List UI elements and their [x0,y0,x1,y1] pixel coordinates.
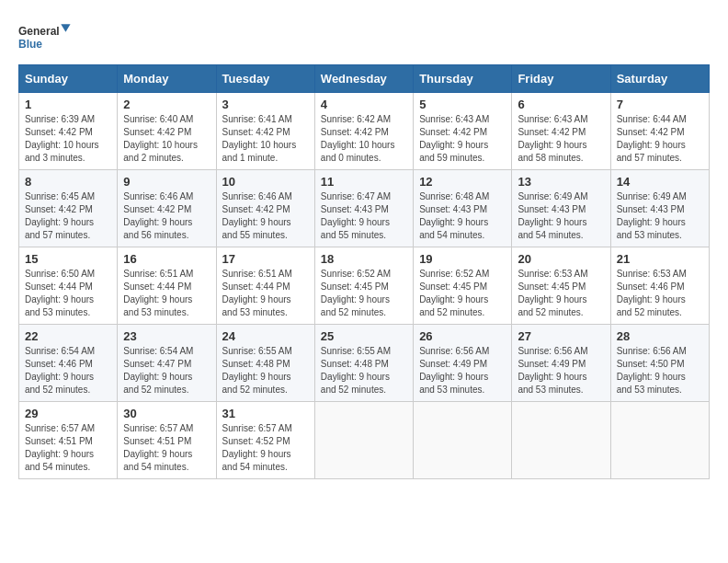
day-info: Sunrise: 6:56 AM Sunset: 4:49 PM Dayligh… [419,345,506,396]
header-tuesday: Tuesday [216,65,314,93]
day-info: Sunrise: 6:57 AM Sunset: 4:52 PM Dayligh… [222,422,309,474]
day-number: 3 [222,98,309,111]
day-number: 31 [222,407,309,420]
day-cell: 26Sunrise: 6:56 AM Sunset: 4:49 PM Dayli… [414,325,512,402]
day-info: Sunrise: 6:51 AM Sunset: 4:44 PM Dayligh… [222,268,309,319]
day-number: 30 [123,407,210,420]
day-info: Sunrise: 6:47 AM Sunset: 4:43 PM Dayligh… [321,190,407,242]
day-info: Sunrise: 6:53 AM Sunset: 4:46 PM Dayligh… [617,268,703,319]
week-row-4: 22Sunrise: 6:54 AM Sunset: 4:46 PM Dayli… [19,325,710,402]
day-info: Sunrise: 6:55 AM Sunset: 4:48 PM Dayligh… [222,345,309,396]
day-cell: 27Sunrise: 6:56 AM Sunset: 4:49 PM Dayli… [512,325,610,402]
day-cell: 6Sunrise: 6:43 AM Sunset: 4:42 PM Daylig… [512,93,610,170]
header-row: SundayMondayTuesdayWednesdayThursdayFrid… [19,65,710,93]
day-cell: 23Sunrise: 6:54 AM Sunset: 4:47 PM Dayli… [118,325,216,402]
day-info: Sunrise: 6:44 AM Sunset: 4:42 PM Dayligh… [617,113,703,165]
day-number: 6 [518,98,604,111]
day-number: 24 [222,329,309,343]
day-info: Sunrise: 6:45 AM Sunset: 4:42 PM Dayligh… [25,190,111,242]
header-wednesday: Wednesday [314,65,413,93]
week-row-1: 1Sunrise: 6:39 AM Sunset: 4:42 PM Daylig… [19,93,710,170]
day-number: 11 [321,175,407,189]
day-info: Sunrise: 6:50 AM Sunset: 4:44 PM Dayligh… [25,268,111,319]
day-cell: 1Sunrise: 6:39 AM Sunset: 4:42 PM Daylig… [19,93,118,170]
day-info: Sunrise: 6:54 AM Sunset: 4:46 PM Dayligh… [25,345,111,396]
day-number: 16 [123,252,210,266]
header-sunday: Sunday [19,65,118,93]
day-number: 20 [518,252,604,266]
calendar-body: 1Sunrise: 6:39 AM Sunset: 4:42 PM Daylig… [19,93,710,479]
day-info: Sunrise: 6:57 AM Sunset: 4:51 PM Dayligh… [25,422,111,474]
day-info: Sunrise: 6:54 AM Sunset: 4:47 PM Dayligh… [123,345,210,396]
day-cell [314,402,413,479]
day-cell: 28Sunrise: 6:56 AM Sunset: 4:50 PM Dayli… [610,325,709,402]
day-info: Sunrise: 6:46 AM Sunset: 4:42 PM Dayligh… [222,190,309,242]
day-number: 9 [123,175,210,189]
day-cell: 24Sunrise: 6:55 AM Sunset: 4:48 PM Dayli… [216,325,314,402]
day-info: Sunrise: 6:39 AM Sunset: 4:42 PM Dayligh… [25,113,111,165]
day-info: Sunrise: 6:52 AM Sunset: 4:45 PM Dayligh… [321,268,407,319]
day-info: Sunrise: 6:48 AM Sunset: 4:43 PM Dayligh… [419,190,506,242]
svg-text:Blue: Blue [18,38,42,51]
day-number: 7 [617,98,703,111]
logo-svg: General Blue [18,18,74,55]
day-info: Sunrise: 6:51 AM Sunset: 4:44 PM Dayligh… [123,268,210,319]
day-cell: 5Sunrise: 6:43 AM Sunset: 4:42 PM Daylig… [414,93,512,170]
day-cell: 8Sunrise: 6:45 AM Sunset: 4:42 PM Daylig… [19,170,118,247]
day-cell [610,402,709,479]
day-info: Sunrise: 6:57 AM Sunset: 4:51 PM Dayligh… [123,422,210,474]
day-cell: 17Sunrise: 6:51 AM Sunset: 4:44 PM Dayli… [216,247,314,325]
day-number: 12 [419,175,506,189]
day-cell: 7Sunrise: 6:44 AM Sunset: 4:42 PM Daylig… [610,93,709,170]
day-info: Sunrise: 6:40 AM Sunset: 4:42 PM Dayligh… [123,113,210,165]
day-cell: 11Sunrise: 6:47 AM Sunset: 4:43 PM Dayli… [314,170,413,247]
day-cell: 3Sunrise: 6:41 AM Sunset: 4:42 PM Daylig… [216,93,314,170]
svg-text:General: General [18,25,60,38]
day-cell: 22Sunrise: 6:54 AM Sunset: 4:46 PM Dayli… [19,325,118,402]
day-number: 29 [25,407,111,420]
page-header: General Blue [18,18,710,55]
day-info: Sunrise: 6:52 AM Sunset: 4:45 PM Dayligh… [419,268,506,319]
day-cell: 20Sunrise: 6:53 AM Sunset: 4:45 PM Dayli… [512,247,610,325]
header-friday: Friday [512,65,610,93]
day-cell: 21Sunrise: 6:53 AM Sunset: 4:46 PM Dayli… [610,247,709,325]
calendar-table: SundayMondayTuesdayWednesdayThursdayFrid… [18,64,710,479]
day-number: 4 [321,98,407,111]
day-number: 17 [222,252,309,266]
day-cell: 15Sunrise: 6:50 AM Sunset: 4:44 PM Dayli… [19,247,118,325]
day-info: Sunrise: 6:43 AM Sunset: 4:42 PM Dayligh… [419,113,506,165]
header-thursday: Thursday [414,65,512,93]
day-number: 23 [123,329,210,343]
svg-marker-2 [61,24,70,32]
logo: General Blue [18,18,74,55]
day-number: 26 [419,329,506,343]
day-info: Sunrise: 6:53 AM Sunset: 4:45 PM Dayligh… [518,268,604,319]
day-cell: 13Sunrise: 6:49 AM Sunset: 4:43 PM Dayli… [512,170,610,247]
day-info: Sunrise: 6:55 AM Sunset: 4:48 PM Dayligh… [321,345,407,396]
day-cell [512,402,610,479]
day-info: Sunrise: 6:41 AM Sunset: 4:42 PM Dayligh… [222,113,309,165]
day-info: Sunrise: 6:56 AM Sunset: 4:49 PM Dayligh… [518,345,604,396]
day-cell: 19Sunrise: 6:52 AM Sunset: 4:45 PM Dayli… [414,247,512,325]
day-number: 5 [419,98,506,111]
day-cell: 31Sunrise: 6:57 AM Sunset: 4:52 PM Dayli… [216,402,314,479]
week-row-2: 8Sunrise: 6:45 AM Sunset: 4:42 PM Daylig… [19,170,710,247]
day-cell: 14Sunrise: 6:49 AM Sunset: 4:43 PM Dayli… [610,170,709,247]
day-number: 15 [25,252,111,266]
day-info: Sunrise: 6:49 AM Sunset: 4:43 PM Dayligh… [617,190,703,242]
day-number: 10 [222,175,309,189]
day-number: 2 [123,98,210,111]
day-number: 1 [25,98,111,111]
day-cell: 25Sunrise: 6:55 AM Sunset: 4:48 PM Dayli… [314,325,413,402]
day-cell: 10Sunrise: 6:46 AM Sunset: 4:42 PM Dayli… [216,170,314,247]
day-info: Sunrise: 6:43 AM Sunset: 4:42 PM Dayligh… [518,113,604,165]
day-cell: 29Sunrise: 6:57 AM Sunset: 4:51 PM Dayli… [19,402,118,479]
day-info: Sunrise: 6:46 AM Sunset: 4:42 PM Dayligh… [123,190,210,242]
header-saturday: Saturday [610,65,709,93]
day-number: 13 [518,175,604,189]
day-cell: 4Sunrise: 6:42 AM Sunset: 4:42 PM Daylig… [314,93,413,170]
day-number: 19 [419,252,506,266]
day-number: 28 [617,329,703,343]
day-number: 25 [321,329,407,343]
day-number: 18 [321,252,407,266]
